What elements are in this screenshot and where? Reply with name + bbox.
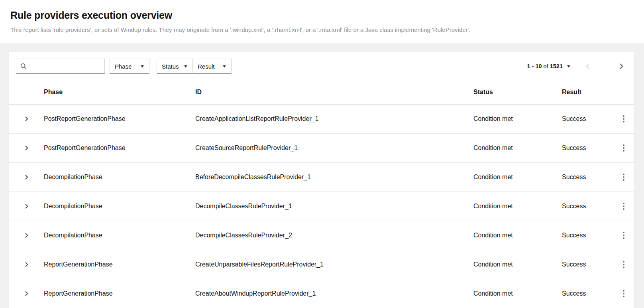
phase-filter-label: Phase	[115, 63, 132, 70]
table-header-row: Phase ID Status Result	[9, 80, 634, 105]
chevron-right-icon	[24, 203, 29, 209]
chevron-down-icon	[223, 65, 226, 67]
expand-row-button[interactable]	[22, 114, 32, 124]
cell-result: Success	[562, 261, 613, 268]
chevron-right-icon	[24, 116, 29, 122]
column-header-id: ID	[195, 89, 473, 96]
table-row: ReportGenerationPhase CreateUnparsableFi…	[9, 250, 634, 279]
search-icon	[20, 63, 27, 69]
cell-id: BeforeDecompileClassesRuleProvider_1	[195, 174, 473, 181]
table-row: DecompilationPhase DecompileClassesRuleP…	[9, 221, 634, 250]
chevron-right-icon	[24, 145, 29, 151]
cell-status: Condition met	[473, 203, 562, 210]
pagination-of-label: of	[544, 63, 548, 69]
chevron-right-icon	[619, 63, 624, 69]
cell-result: Success	[562, 174, 613, 181]
rule-providers-table: Phase ID Status Result PostReportGenerat…	[9, 80, 634, 308]
expand-row-button[interactable]	[22, 259, 32, 270]
cell-id: DecompileClassesRuleProvider_2	[195, 232, 473, 239]
pagination-range-current: 1 - 10	[527, 63, 542, 69]
page-header: Rule providers execution overview This r…	[0, 0, 644, 43]
chevron-right-icon	[24, 233, 29, 238]
cell-phase: PostReportGenerationPhase	[44, 115, 195, 122]
expand-row-button[interactable]	[22, 201, 32, 211]
table-row: DecompilationPhase BeforeDecompileClasse…	[9, 163, 634, 192]
page-description: This report lists 'rule providers', or s…	[10, 26, 633, 33]
kebab-icon	[623, 232, 624, 239]
result-filter-dropdown[interactable]: Result	[193, 59, 232, 74]
expand-row-button[interactable]	[22, 288, 32, 299]
cell-phase: DecompilationPhase	[44, 203, 195, 210]
cell-result: Success	[562, 115, 613, 122]
content-area: Phase Status Result 1 - 10 of 1521	[0, 43, 644, 308]
chevron-left-icon	[585, 63, 590, 69]
kebab-icon	[623, 203, 624, 210]
cell-result: Success	[562, 203, 613, 210]
cell-id: CreateAboutWindupReportRuleProvider_1	[195, 290, 473, 297]
cell-phase: DecompilationPhase	[44, 174, 195, 181]
column-header-result: Result	[562, 89, 613, 96]
kebab-icon	[623, 290, 624, 297]
cell-phase: DecompilationPhase	[44, 232, 195, 239]
search-input[interactable]	[30, 63, 101, 70]
chevron-right-icon	[24, 174, 29, 180]
pagination-menu-toggle[interactable]: 1 - 10 of 1521	[527, 63, 570, 69]
cell-status: Condition met	[473, 232, 562, 239]
expand-row-button[interactable]	[22, 143, 32, 153]
cell-id: DecompileClassesRuleProvider_1	[195, 203, 473, 210]
row-actions-kebab-button[interactable]	[620, 259, 627, 270]
kebab-icon	[623, 115, 624, 122]
table-body: PostReportGenerationPhase CreateApplicat…	[9, 105, 634, 308]
pagination-range: 1 - 10 of 1521	[527, 63, 563, 69]
row-actions-kebab-button[interactable]	[620, 171, 627, 183]
kebab-icon	[623, 261, 624, 268]
pagination: 1 - 10 of 1521	[527, 63, 624, 69]
status-filter-dropdown[interactable]: Status	[157, 59, 193, 74]
column-header-phase: Phase	[44, 89, 195, 96]
expand-row-button[interactable]	[22, 172, 32, 182]
row-actions-kebab-button[interactable]	[620, 229, 627, 241]
cell-status: Condition met	[473, 144, 562, 152]
row-actions-kebab-button[interactable]	[620, 142, 627, 154]
cell-result: Success	[562, 290, 613, 297]
next-page-button[interactable]	[619, 63, 624, 69]
cell-phase: ReportGenerationPhase	[44, 261, 195, 268]
table-row: DecompilationPhase DecompileClassesRuleP…	[9, 192, 634, 221]
chevron-down-icon	[184, 65, 187, 67]
column-header-status: Status	[473, 89, 562, 96]
row-actions-kebab-button[interactable]	[620, 200, 627, 212]
kebab-icon	[623, 144, 624, 152]
page-title: Rule providers execution overview	[10, 10, 633, 21]
chevron-down-icon	[567, 65, 570, 67]
status-filter-label: Status	[162, 63, 179, 70]
row-actions-kebab-button[interactable]	[620, 113, 627, 125]
cell-result: Success	[562, 232, 613, 239]
cell-id: CreateSourceReportRuleProvider_1	[195, 144, 473, 152]
cell-id: CreateUnparsableFilesReportRuleProvider_…	[195, 261, 473, 268]
chevron-down-icon	[141, 65, 144, 67]
previous-page-button[interactable]	[585, 63, 590, 69]
table-row: ReportGenerationPhase CreateAboutWindupR…	[9, 279, 634, 308]
cell-status: Condition met	[473, 174, 562, 181]
cell-id: CreateApplicationListReportRuleProvider_…	[195, 115, 473, 122]
cell-result: Success	[562, 144, 613, 152]
table-row: PostReportGenerationPhase CreateSourceRe…	[9, 134, 634, 163]
kebab-icon	[623, 174, 624, 181]
rule-providers-card: Phase Status Result 1 - 10 of 1521	[9, 52, 634, 308]
cell-status: Condition met	[473, 290, 562, 297]
search-box	[16, 59, 105, 74]
table-row: PostReportGenerationPhase CreateApplicat…	[9, 105, 634, 134]
chevron-right-icon	[24, 291, 29, 296]
cell-status: Condition met	[473, 261, 562, 268]
cell-phase: PostReportGenerationPhase	[44, 144, 195, 152]
chevron-right-icon	[24, 262, 29, 267]
expand-row-button[interactable]	[22, 230, 32, 241]
filter-group: Status Result	[157, 59, 232, 74]
table-toolbar: Phase Status Result 1 - 10 of 1521	[9, 52, 634, 80]
cell-phase: ReportGenerationPhase	[44, 290, 195, 297]
phase-filter-dropdown[interactable]: Phase	[110, 59, 149, 74]
cell-status: Condition met	[473, 115, 562, 122]
result-filter-label: Result	[198, 63, 215, 70]
row-actions-kebab-button[interactable]	[620, 288, 627, 300]
pagination-total: 1521	[550, 63, 563, 69]
